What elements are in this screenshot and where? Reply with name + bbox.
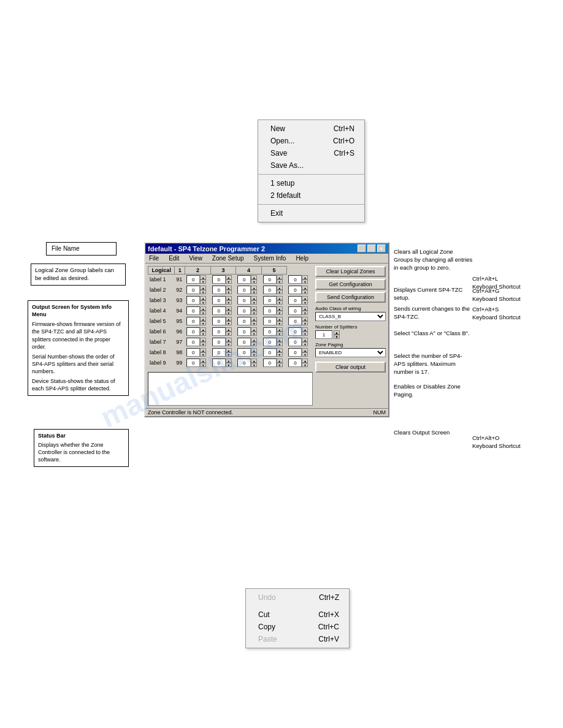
- splitters-up[interactable]: ▲: [334, 330, 340, 335]
- menu-item-cut[interactable]: Cut Ctrl+X: [246, 609, 349, 621]
- spin-up[interactable]: ▲: [251, 348, 257, 352]
- zone-input[interactable]: [237, 306, 251, 315]
- maximize-button[interactable]: □: [367, 245, 376, 252]
- zone-spinner[interactable]: ▲▼: [226, 327, 232, 336]
- spin-down[interactable]: ▼: [251, 363, 257, 367]
- zone-input[interactable]: [263, 358, 277, 367]
- spin-down[interactable]: ▼: [302, 279, 308, 284]
- zone-input[interactable]: [186, 327, 200, 336]
- spin-up[interactable]: ▲: [251, 296, 257, 300]
- spin-down[interactable]: ▼: [302, 363, 308, 367]
- spin-down[interactable]: ▼: [277, 290, 283, 294]
- spin-down[interactable]: ▼: [302, 321, 308, 325]
- spin-up[interactable]: ▲: [277, 327, 283, 332]
- zone-spinner[interactable]: ▲▼: [277, 348, 283, 357]
- spin-up[interactable]: ▲: [200, 338, 206, 342]
- spin-down[interactable]: ▼: [277, 300, 283, 305]
- zone-spinner[interactable]: ▲▼: [226, 338, 232, 346]
- zone-input[interactable]: [263, 296, 277, 305]
- spin-up[interactable]: ▲: [200, 306, 206, 311]
- spin-down[interactable]: ▼: [200, 342, 206, 346]
- zone-spinner[interactable]: ▲▼: [200, 275, 206, 284]
- zone-input[interactable]: [263, 327, 277, 336]
- spin-down[interactable]: ▼: [302, 332, 308, 336]
- zone-spinner[interactable]: ▲▼: [200, 296, 206, 305]
- spin-down[interactable]: ▼: [302, 290, 308, 294]
- spin-down[interactable]: ▼: [251, 342, 257, 346]
- zone-input[interactable]: [288, 286, 302, 294]
- spin-down[interactable]: ▼: [200, 352, 206, 357]
- spin-up[interactable]: ▲: [277, 348, 283, 352]
- spin-down[interactable]: ▼: [200, 300, 206, 305]
- zone-spinner[interactable]: ▲▼: [251, 338, 257, 346]
- zone-spinner[interactable]: ▲▼: [251, 327, 257, 336]
- spin-up[interactable]: ▲: [200, 296, 206, 300]
- zone-input[interactable]: [212, 306, 226, 315]
- spin-up[interactable]: ▲: [200, 275, 206, 279]
- zone-spinner[interactable]: ▲▼: [302, 338, 308, 346]
- zone-spinner[interactable]: ▲▼: [302, 317, 308, 325]
- zone-input[interactable]: [186, 306, 200, 315]
- zone-spinner[interactable]: ▲▼: [226, 306, 232, 315]
- spin-up[interactable]: ▲: [226, 286, 232, 290]
- spin-down[interactable]: ▼: [302, 352, 308, 357]
- spin-up[interactable]: ▲: [226, 358, 232, 363]
- zone-input[interactable]: [237, 358, 251, 367]
- spin-down[interactable]: ▼: [277, 352, 283, 357]
- zone-input[interactable]: [288, 327, 302, 336]
- zone-input[interactable]: [288, 358, 302, 367]
- spin-up[interactable]: ▲: [302, 296, 308, 300]
- zone-spinner[interactable]: ▲▼: [200, 306, 206, 315]
- spin-down[interactable]: ▼: [226, 311, 232, 315]
- zone-spinner[interactable]: ▲▼: [302, 327, 308, 336]
- zone-spinner[interactable]: ▲▼: [226, 317, 232, 325]
- spin-up[interactable]: ▲: [251, 327, 257, 332]
- menu-file[interactable]: File: [147, 254, 161, 262]
- spin-down[interactable]: ▼: [277, 332, 283, 336]
- zone-input[interactable]: [237, 286, 251, 294]
- spin-up[interactable]: ▲: [277, 358, 283, 363]
- zone-input[interactable]: [212, 296, 226, 305]
- zone-input[interactable]: [288, 338, 302, 346]
- num-splitters-input[interactable]: [315, 330, 332, 339]
- menu-edit[interactable]: Edit: [166, 254, 182, 262]
- spin-down[interactable]: ▼: [251, 279, 257, 284]
- spin-up[interactable]: ▲: [277, 296, 283, 300]
- spin-down[interactable]: ▼: [226, 279, 232, 284]
- zone-spinner[interactable]: ▲▼: [226, 286, 232, 294]
- zone-spinner[interactable]: ▲▼: [302, 358, 308, 367]
- spin-down[interactable]: ▼: [226, 342, 232, 346]
- zone-input[interactable]: [212, 275, 226, 284]
- minimize-button[interactable]: _: [358, 245, 366, 252]
- spin-up[interactable]: ▲: [226, 306, 232, 311]
- get-configuration-button[interactable]: Get Configuration: [315, 279, 386, 290]
- spin-up[interactable]: ▲: [302, 275, 308, 279]
- zone-input[interactable]: [288, 296, 302, 305]
- close-button[interactable]: ×: [377, 245, 386, 252]
- zone-input[interactable]: [237, 296, 251, 305]
- menu-item-undo[interactable]: Undo Ctrl+Z: [246, 591, 349, 604]
- zone-spinner[interactable]: ▲▼: [302, 275, 308, 284]
- spin-down[interactable]: ▼: [251, 332, 257, 336]
- zone-spinner[interactable]: ▲▼: [277, 327, 283, 336]
- spin-up[interactable]: ▲: [226, 348, 232, 352]
- menu-item-save[interactable]: Save Ctrl+S: [258, 147, 364, 159]
- spin-down[interactable]: ▼: [200, 321, 206, 325]
- spin-up[interactable]: ▲: [302, 306, 308, 311]
- zone-input[interactable]: [288, 275, 302, 284]
- spin-down[interactable]: ▼: [251, 311, 257, 315]
- zone-input[interactable]: [288, 317, 302, 325]
- spin-down[interactable]: ▼: [200, 363, 206, 367]
- spin-up[interactable]: ▲: [200, 358, 206, 363]
- zone-spinner[interactable]: ▲▼: [251, 296, 257, 305]
- spin-down[interactable]: ▼: [226, 300, 232, 305]
- spin-down[interactable]: ▼: [226, 332, 232, 336]
- zone-spinner[interactable]: ▲▼: [200, 317, 206, 325]
- menu-item-open[interactable]: Open... Ctrl+O: [258, 135, 364, 147]
- zone-spinner[interactable]: ▲▼: [302, 348, 308, 357]
- zone-input[interactable]: [237, 327, 251, 336]
- spin-up[interactable]: ▲: [200, 348, 206, 352]
- menu-item-exit[interactable]: Exit: [258, 207, 364, 219]
- zone-spinner[interactable]: ▲▼: [226, 358, 232, 367]
- clear-output-button[interactable]: Clear output: [315, 362, 386, 373]
